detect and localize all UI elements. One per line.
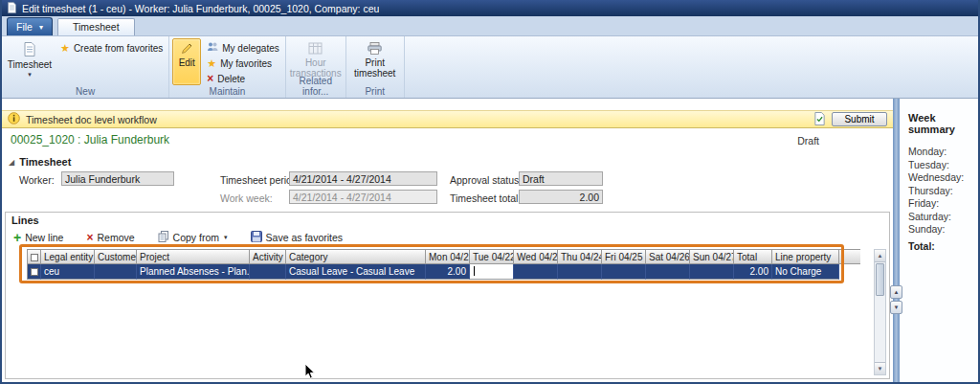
submit-button[interactable]: Submit <box>832 112 887 126</box>
ribbon-group-label-new: New <box>2 86 168 97</box>
column-header-legal-entity[interactable]: Legal entity <box>41 249 95 264</box>
ribbon-group-label-related: Related infor... <box>286 76 345 97</box>
column-header-sat[interactable]: Sat 04/26 <box>646 249 690 264</box>
delete-button[interactable]: × Delete <box>204 72 281 85</box>
worker-field[interactable]: Julia Funderburk <box>61 171 174 186</box>
my-favorites-label: My favorites <box>220 58 272 69</box>
app-body: Timesheet doc level workflow Submit 0002… <box>2 99 978 382</box>
week-summary-total-label: Total: <box>908 240 978 252</box>
my-favorites-button[interactable]: ★ My favorites <box>204 56 281 70</box>
ribbon-tab-row: File ▾ Timesheet <box>2 16 978 36</box>
printer-icon <box>368 42 382 56</box>
approval-status-label: Approval status: <box>450 174 522 186</box>
column-header-sun[interactable]: Sun 04/27 <box>690 249 734 264</box>
week-summary-sunday: Sunday: <box>908 223 978 237</box>
ribbon-group-related: Hour transactions Related infor... <box>286 36 346 98</box>
chevron-down-icon: ▾ <box>39 23 43 32</box>
workflow-actions-icon[interactable] <box>813 112 826 127</box>
grid-vertical-scrollbar[interactable]: ▲ ▼ <box>874 249 886 375</box>
cell-sat[interactable] <box>646 264 690 280</box>
delete-x-icon: × <box>207 73 213 84</box>
floppy-icon <box>251 231 262 244</box>
column-header-filler <box>839 249 860 264</box>
checkbox-icon <box>31 268 38 276</box>
cell-wed[interactable] <box>514 264 558 280</box>
column-header-category[interactable]: Category <box>286 249 426 264</box>
print-timesheet-label: Print timesheet <box>350 57 400 79</box>
timesheet-fields: Worker: Julia Funderburk Timesheet perio… <box>2 171 893 212</box>
week-summary-monday: Monday: <box>908 146 978 159</box>
timesheet-line-row[interactable]: ceu Planned Absenses - Plan... Casual Le… <box>27 264 860 280</box>
column-header-customer[interactable]: Customer <box>95 249 137 264</box>
new-timesheet-label: Timesheet <box>8 59 52 70</box>
cell-tue-active-edit[interactable] <box>470 264 514 280</box>
window-icon <box>7 2 17 15</box>
delegates-icon <box>207 41 218 55</box>
new-line-button[interactable]: + New line <box>13 231 63 244</box>
cell-mon[interactable]: 2.00 <box>426 264 470 280</box>
collapse-triangle-icon: ◢ <box>9 158 14 167</box>
remove-label: Remove <box>97 232 134 243</box>
cell-category[interactable]: Casual Leave - Casual Leave <box>286 264 426 280</box>
tab-timesheet[interactable]: Timesheet <box>57 18 135 35</box>
splitter-scroll-up-button[interactable]: ▲ <box>890 285 902 299</box>
column-header-fri[interactable]: Fri 04/25 <box>602 249 646 264</box>
scroll-up-button[interactable]: ▲ <box>875 250 885 262</box>
cell-line-property[interactable]: No Charge <box>772 264 839 280</box>
lines-section-title: Lines <box>11 215 39 226</box>
panel-splitter[interactable]: ▲ ▼ <box>893 99 900 382</box>
column-header-line-property[interactable]: Line property <box>772 249 839 264</box>
edit-label: Edit <box>179 57 195 68</box>
workflow-info-icon <box>8 112 20 126</box>
worker-label: Worker: <box>19 174 55 186</box>
copy-from-button[interactable]: Copy from ▾ <box>158 231 228 244</box>
timesheet-section-header[interactable]: ◢ Timesheet <box>9 156 71 168</box>
create-from-favorites-label: Create from favorites <box>74 43 163 54</box>
file-menu-button[interactable]: File ▾ <box>7 17 53 35</box>
week-summary-wednesday: Wednesday: <box>908 171 978 185</box>
column-header-wed[interactable]: Wed 04/23 <box>514 249 558 264</box>
edit-button[interactable]: Edit <box>172 38 201 85</box>
ribbon-group-label-print: Print <box>346 86 404 97</box>
timesheet-total-field: 2.00 <box>519 190 603 204</box>
approval-status-field[interactable]: Draft <box>519 171 603 186</box>
scroll-thumb[interactable] <box>876 263 884 296</box>
chevron-down-icon: ▾ <box>224 234 228 241</box>
save-as-favorites-label: Save as favorites <box>266 232 344 243</box>
splitter-scroll-down-button[interactable]: ▼ <box>890 301 902 314</box>
work-week-label: Work week: <box>220 192 273 204</box>
lines-toolbar: + New line × Remove Copy from ▾ Save <box>13 229 343 245</box>
star-icon: ★ <box>60 43 70 54</box>
print-timesheet-button[interactable]: Print timesheet <box>349 38 401 85</box>
cell-thu[interactable] <box>558 264 602 280</box>
column-header-total[interactable]: Total <box>734 249 772 264</box>
save-as-favorites-button[interactable]: Save as favorites <box>251 231 344 244</box>
column-header-thu[interactable]: Thu 04/24 <box>558 249 602 264</box>
column-header-mon[interactable]: Mon 04/21 <box>426 249 470 264</box>
column-header-tue[interactable]: Tue 04/22 <box>470 249 514 264</box>
main-content: Timesheet doc level workflow Submit 0002… <box>2 99 893 382</box>
hour-transactions-icon <box>308 42 323 56</box>
scroll-down-button[interactable]: ▼ <box>875 362 885 374</box>
cell-customer[interactable] <box>95 264 137 280</box>
cell-sun[interactable] <box>690 264 734 280</box>
timesheet-icon <box>23 42 36 58</box>
new-timesheet-button[interactable]: Timesheet ▾ <box>5 38 55 85</box>
remove-button[interactable]: × Remove <box>86 232 134 243</box>
week-summary-title: Week summary <box>908 112 978 135</box>
create-from-favorites-button[interactable]: ★ Create from favorites <box>57 41 166 56</box>
row-selector-cell[interactable] <box>27 264 41 280</box>
select-all-checkbox[interactable] <box>27 249 41 264</box>
cell-activity[interactable] <box>250 264 286 280</box>
column-header-activity[interactable]: Activity <box>250 249 286 264</box>
my-delegates-button[interactable]: My delegates <box>204 41 281 55</box>
cell-project[interactable]: Planned Absenses - Plan... <box>137 264 250 280</box>
ribbon-group-maintain: Edit My delegates ★ My favorites × Delet… <box>169 36 285 98</box>
cell-legal-entity[interactable]: ceu <box>41 264 95 280</box>
lines-section: Lines + New line × Remove Copy from ▾ <box>5 212 890 379</box>
pencil-icon <box>181 42 193 56</box>
timesheet-period-field[interactable]: 4/21/2014 - 4/27/2014 <box>289 171 437 186</box>
cell-fri[interactable] <box>602 264 646 280</box>
cell-total[interactable]: 2.00 <box>734 264 772 280</box>
column-header-project[interactable]: Project <box>137 249 250 264</box>
